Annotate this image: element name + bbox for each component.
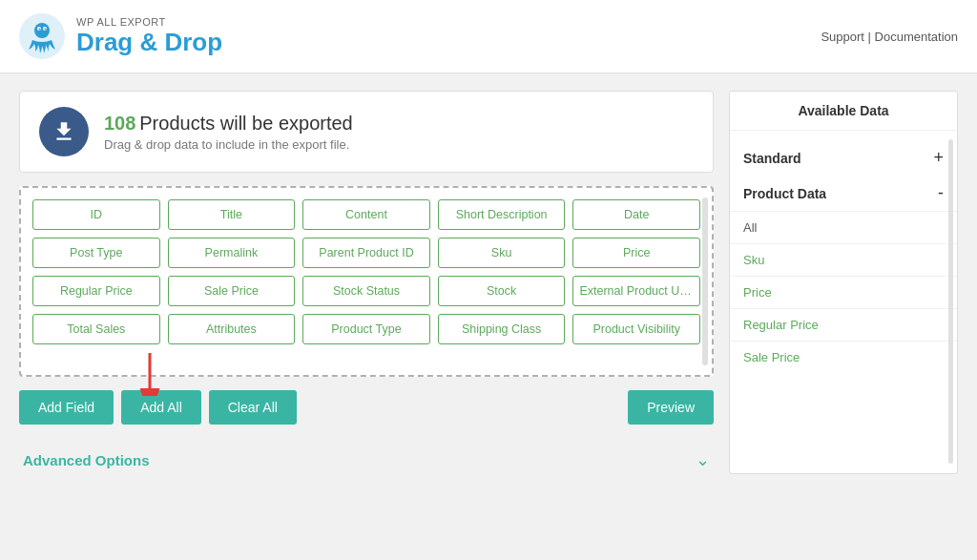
field-tag[interactable]: Date <box>572 199 700 230</box>
info-banner: 108 Products will be exported Drag & dro… <box>19 91 714 173</box>
export-subtitle: Drag & drop data to include in the expor… <box>104 137 353 152</box>
field-tag[interactable]: Stock <box>438 276 566 306</box>
available-data-header: Available Data <box>730 92 957 131</box>
export-count: 108 <box>104 113 135 134</box>
field-tag[interactable]: Permalink <box>168 238 296 268</box>
section-toggle: - <box>938 183 944 203</box>
field-tag[interactable]: Product Type <box>302 314 430 344</box>
documentation-link[interactable]: Documentation <box>875 30 958 44</box>
field-tag[interactable]: Product Visibility <box>572 314 700 344</box>
export-icon-circle <box>39 107 89 156</box>
right-panel-body: Standard+Product Data-AllSkuPriceRegular… <box>730 131 957 383</box>
svg-point-4 <box>39 29 41 31</box>
svg-point-5 <box>45 29 47 31</box>
logo-icon <box>19 13 65 59</box>
header-title-block: WP ALL EXPORT Drag & Drop <box>76 16 222 57</box>
fields-grid: IDTitleContentShort DescriptionDatePost … <box>32 199 700 344</box>
preview-button[interactable]: Preview <box>628 390 714 425</box>
field-tag[interactable]: External Product URL <box>572 276 700 306</box>
field-tag[interactable]: Attributes <box>168 314 296 344</box>
left-panel: 108 Products will be exported Drag & dro… <box>19 91 714 474</box>
info-text-block: 108 Products will be exported Drag & dro… <box>104 113 353 152</box>
brand-name: WP ALL EXPORT <box>76 16 222 28</box>
field-tag[interactable]: Post Type <box>32 238 160 268</box>
advanced-options-label: Advanced Options <box>23 452 150 468</box>
clear-all-button[interactable]: Clear All <box>209 390 297 425</box>
field-tag[interactable]: Parent Product ID <box>302 238 430 268</box>
section-name: Standard <box>743 151 801 166</box>
field-tag[interactable]: Sku <box>438 238 566 268</box>
scroll-indicator <box>948 139 953 464</box>
action-buttons: Add Field Add All Clear All Preview <box>19 390 714 425</box>
chevron-down-icon: ⌄ <box>696 449 710 470</box>
add-field-button[interactable]: Add Field <box>19 390 114 425</box>
advanced-options-section[interactable]: Advanced Options ⌄ <box>19 438 714 474</box>
field-tag[interactable]: Short Description <box>438 199 566 230</box>
field-tag[interactable]: Sale Price <box>168 276 296 306</box>
link-separator: | <box>864 30 875 44</box>
download-icon <box>52 119 76 144</box>
field-tag[interactable]: Total Sales <box>32 314 160 344</box>
field-tag[interactable]: ID <box>32 199 160 230</box>
field-tag[interactable]: Price <box>572 238 700 268</box>
data-section-header[interactable]: Standard+ <box>730 140 957 176</box>
field-tag[interactable]: Title <box>168 199 296 230</box>
field-tag[interactable]: Content <box>302 199 430 230</box>
data-list-item[interactable]: Regular Price <box>730 308 957 341</box>
right-panel: Available Data Standard+Product Data-All… <box>729 91 958 474</box>
data-list-item[interactable]: Sku <box>730 243 957 276</box>
data-list-item[interactable]: Price <box>730 276 957 308</box>
add-all-wrapper: Add All <box>121 390 201 425</box>
header-links: Support | Documentation <box>821 30 958 44</box>
header: WP ALL EXPORT Drag & Drop Support | Docu… <box>0 0 977 73</box>
svg-point-1 <box>34 23 50 38</box>
support-link[interactable]: Support <box>821 30 864 44</box>
data-list-item[interactable]: Sale Price <box>730 341 957 373</box>
field-tag[interactable]: Stock Status <box>302 276 430 306</box>
page-title: Drag & Drop <box>76 28 222 57</box>
drag-drop-area[interactable]: IDTitleContentShort DescriptionDatePost … <box>19 186 714 377</box>
field-tag[interactable]: Regular Price <box>32 276 160 306</box>
section-toggle: + <box>933 148 944 168</box>
data-list-item[interactable]: All <box>730 211 957 243</box>
field-tag[interactable]: Shipping Class <box>438 314 566 344</box>
export-title: Products will be exported <box>139 113 352 134</box>
section-name: Product Data <box>743 186 826 201</box>
arrow-indicator <box>131 348 169 396</box>
header-left: WP ALL EXPORT Drag & Drop <box>19 13 222 59</box>
data-section-header[interactable]: Product Data- <box>730 176 957 211</box>
main-content: 108 Products will be exported Drag & dro… <box>0 73 977 491</box>
